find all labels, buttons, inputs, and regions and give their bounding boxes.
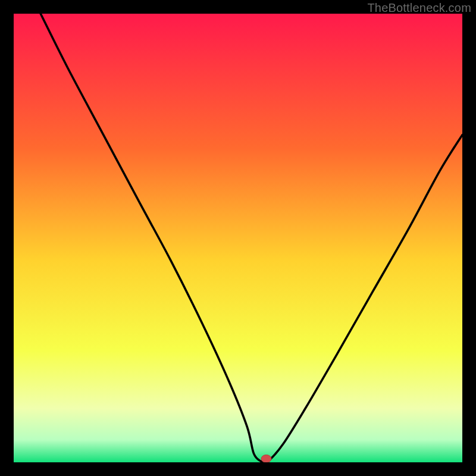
gradient-background bbox=[14, 14, 462, 462]
bottleneck-curve-chart bbox=[14, 14, 462, 462]
plot-area bbox=[14, 14, 462, 462]
marker-dot bbox=[261, 455, 271, 462]
watermark-text: TheBottleneck.com bbox=[367, 1, 471, 15]
chart-frame: TheBottleneck.com bbox=[0, 0, 476, 476]
